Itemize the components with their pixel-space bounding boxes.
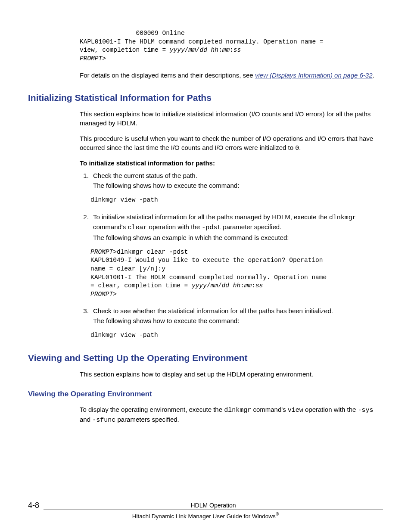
link-view-displays[interactable]: view (Displays Information) on page 6-32	[255, 72, 373, 79]
page-number: 4-8	[28, 501, 39, 510]
text: .	[373, 72, 374, 79]
code-var: yyyy	[170, 47, 185, 53]
code-prompt: PROMPT	[80, 55, 102, 62]
text: operation with the	[303, 406, 358, 413]
text: command's	[93, 223, 128, 230]
step-text: Check the current status of the path.	[93, 171, 383, 180]
code-line: KAPL01001-I The HDLM command completed n…	[80, 38, 327, 45]
code-prompt: PROMPT	[90, 291, 113, 298]
code-text: >dlnkmgr clear -pdst	[113, 249, 188, 255]
step-3: Check to see whether the statistical inf…	[90, 306, 383, 325]
text: .	[299, 144, 301, 151]
inline-code: -sfunc	[92, 417, 115, 424]
code-line: view, completion time =	[80, 47, 170, 53]
code-var: mm	[210, 282, 218, 289]
inline-code: dlnkmgr	[224, 407, 251, 414]
step-text: The following shows an example in which …	[93, 233, 383, 242]
code-var: mm	[188, 47, 196, 53]
code-sep: :	[240, 282, 244, 289]
code-sep: /	[218, 282, 222, 289]
paragraph: This section explains how to initialize …	[80, 109, 383, 128]
code-block-step2: PROMPT>dlnkmgr clear -pdst KAPL01049-I W…	[90, 248, 383, 299]
document-page: 000009 Online KAPL01001-I The HDLM comma…	[0, 0, 411, 532]
footer-center: HDLM Operation	[44, 502, 383, 510]
procedure-steps-cont: To initialize statistical information fo…	[80, 212, 383, 242]
code-var: mm	[222, 47, 230, 53]
step-text: The following shows how to execute the c…	[93, 181, 383, 190]
heading-viewing-env: Viewing the Operating Environment	[28, 390, 383, 398]
code-prompt: PROMPT	[90, 249, 113, 255]
step-text: The following shows how to execute the c…	[93, 316, 383, 325]
step-2: To initialize statistical information fo…	[90, 212, 383, 242]
code-var: dd hh	[199, 47, 218, 53]
registered-mark: ®	[276, 512, 279, 516]
text: To initialize statistical information fo…	[93, 213, 329, 221]
footer-top-row: 4-8 HDLM Operation	[28, 501, 383, 510]
code-sep: :	[252, 282, 255, 289]
procedure-title: To initialize statistical information fo…	[80, 159, 383, 167]
heading-initializing: Initializing Statistical Information for…	[28, 93, 383, 103]
code-var: dd hh	[222, 282, 241, 289]
paragraph: This procedure is useful when you want t…	[80, 134, 383, 153]
code-sep: :	[218, 47, 222, 53]
text: command's	[251, 406, 288, 413]
inline-code: view	[288, 407, 303, 414]
text: To display the operating environment, ex…	[80, 406, 224, 413]
code-line: 000009 Online	[80, 30, 185, 37]
footer-guide-text: Hitachi Dynamic Link Manager User Guide …	[132, 513, 276, 519]
code-line: name = clear [y/n]:y	[90, 265, 165, 272]
inline-code: dlnkmgr	[329, 214, 356, 221]
footer-guide: Hitachi Dynamic Link Manager User Guide …	[28, 512, 383, 520]
paragraph: To display the operating environment, ex…	[80, 405, 383, 425]
step-1: Check the current status of the path. Th…	[90, 171, 383, 190]
code-text: = clear, completion time =	[90, 282, 192, 289]
text: and	[80, 416, 92, 423]
code-block: dlnkmgr view -path	[90, 196, 383, 205]
code-var: yyyy	[192, 282, 207, 289]
step-text: Check to see whether the statistical inf…	[93, 306, 383, 315]
footer-rule	[44, 510, 383, 510]
inline-code: clear	[128, 224, 147, 231]
footer-chapter: HDLM Operation	[44, 502, 383, 509]
paragraph-see-link: For details on the displayed items and t…	[80, 71, 383, 80]
code-var: ss	[234, 47, 241, 53]
step-text: To initialize statistical information fo…	[93, 212, 383, 232]
code-gt: >	[102, 55, 106, 62]
code-block-top: 000009 Online KAPL01001-I The HDLM comma…	[80, 29, 383, 63]
code-line: KAPL01049-I Would you like to execute th…	[90, 257, 327, 264]
procedure-steps: Check the current status of the path. Th…	[80, 171, 383, 190]
text: operation with the	[147, 223, 202, 230]
inline-code: -pdst	[202, 224, 221, 231]
paragraph: This section explains how to display and…	[80, 370, 383, 379]
text: parameters specified.	[115, 416, 179, 423]
code-gt: >	[113, 291, 117, 298]
text: This procedure is useful when you want t…	[80, 135, 373, 151]
procedure-steps-cont2: Check to see whether the statistical inf…	[80, 306, 383, 325]
code-var: mm	[244, 282, 252, 289]
code-var: ss	[255, 282, 263, 289]
heading-viewing-setting: Viewing and Setting Up the Operating Env…	[28, 353, 383, 363]
inline-code: -sys	[358, 407, 374, 414]
code-line: KAPL01001-I The HDLM command completed n…	[90, 274, 330, 281]
text: parameter specified.	[221, 223, 281, 230]
code-block: dlnkmgr view -path	[90, 331, 383, 340]
page-footer: 4-8 HDLM Operation Hitachi Dynamic Link …	[28, 501, 383, 520]
inline-code: 0	[295, 145, 299, 152]
text: For details on the displayed items and t…	[80, 72, 255, 79]
code-sep: :	[230, 47, 234, 53]
